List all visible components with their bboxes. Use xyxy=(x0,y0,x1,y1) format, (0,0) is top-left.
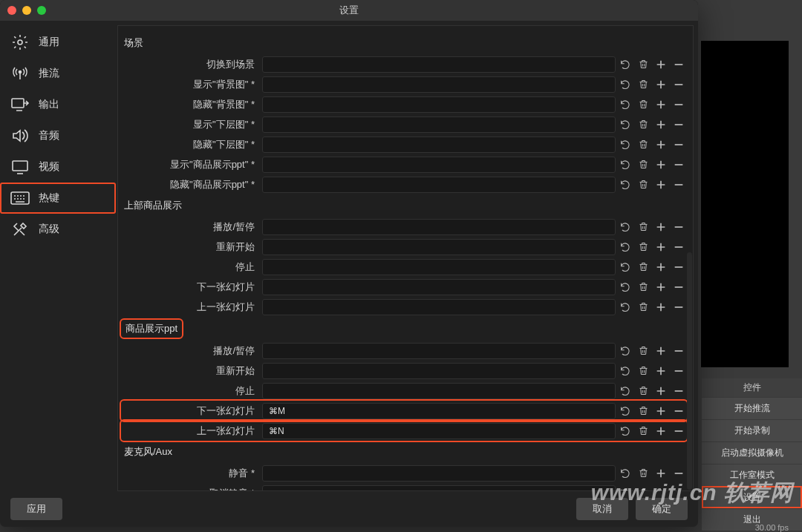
undo-icon[interactable] xyxy=(617,383,633,399)
plus-icon[interactable] xyxy=(653,363,669,379)
minus-icon[interactable] xyxy=(671,157,687,173)
sidebar-item-audio[interactable]: 音频 xyxy=(0,120,116,151)
undo-icon[interactable] xyxy=(617,343,633,359)
plus-icon[interactable] xyxy=(653,157,669,173)
trash-icon[interactable] xyxy=(635,279,651,295)
trash-icon[interactable] xyxy=(635,56,651,73)
hotkey-input[interactable] xyxy=(262,363,616,379)
plus-icon[interactable] xyxy=(653,219,669,235)
ok-button[interactable]: 确定 xyxy=(636,498,688,520)
apply-button[interactable]: 应用 xyxy=(10,498,62,520)
plus-icon[interactable] xyxy=(653,485,669,492)
minus-icon[interactable] xyxy=(671,76,687,93)
hotkey-input[interactable] xyxy=(262,259,616,275)
minus-icon[interactable] xyxy=(671,219,687,235)
minus-icon[interactable] xyxy=(671,299,687,315)
undo-icon[interactable] xyxy=(617,259,633,275)
trash-icon[interactable] xyxy=(635,96,651,113)
undo-icon[interactable] xyxy=(617,157,633,173)
undo-icon[interactable] xyxy=(617,137,633,153)
undo-icon[interactable] xyxy=(617,423,633,439)
minus-icon[interactable] xyxy=(671,485,687,492)
zoom-icon[interactable] xyxy=(37,6,46,15)
plus-icon[interactable] xyxy=(653,177,669,193)
sidebar-item-general[interactable]: 通用 xyxy=(0,27,116,58)
undo-icon[interactable] xyxy=(617,56,633,73)
hotkey-input[interactable] xyxy=(262,56,616,73)
hotkey-input[interactable] xyxy=(262,403,616,419)
plus-icon[interactable] xyxy=(653,279,669,295)
minus-icon[interactable] xyxy=(671,259,687,275)
sidebar-item-stream[interactable]: 推流 xyxy=(0,58,116,89)
undo-icon[interactable] xyxy=(617,403,633,419)
sidebar-item-hotkeys[interactable]: 热键 xyxy=(0,183,116,214)
trash-icon[interactable] xyxy=(635,157,651,173)
scrollbar[interactable] xyxy=(687,252,692,490)
minus-icon[interactable] xyxy=(671,383,687,399)
minus-icon[interactable] xyxy=(671,363,687,379)
minus-icon[interactable] xyxy=(671,96,687,113)
controls-button[interactable]: 设置 xyxy=(702,486,802,508)
undo-icon[interactable] xyxy=(617,485,633,492)
hotkey-input[interactable] xyxy=(262,279,616,295)
minimize-icon[interactable] xyxy=(22,6,31,15)
plus-icon[interactable] xyxy=(653,423,669,439)
trash-icon[interactable] xyxy=(635,343,651,359)
minus-icon[interactable] xyxy=(671,239,687,255)
trash-icon[interactable] xyxy=(635,363,651,379)
undo-icon[interactable] xyxy=(617,239,633,255)
plus-icon[interactable] xyxy=(653,299,669,315)
controls-button[interactable]: 工作室模式 xyxy=(702,464,802,486)
trash-icon[interactable] xyxy=(635,465,651,482)
plus-icon[interactable] xyxy=(653,465,669,482)
trash-icon[interactable] xyxy=(635,423,651,439)
plus-icon[interactable] xyxy=(653,383,669,399)
hotkey-input[interactable] xyxy=(262,177,616,193)
trash-icon[interactable] xyxy=(635,76,651,93)
hotkey-input[interactable] xyxy=(262,299,616,315)
hotkey-input[interactable] xyxy=(262,96,616,113)
minus-icon[interactable] xyxy=(671,116,687,133)
plus-icon[interactable] xyxy=(653,96,669,113)
minus-icon[interactable] xyxy=(671,56,687,73)
plus-icon[interactable] xyxy=(653,343,669,359)
cancel-button[interactable]: 取消 xyxy=(576,498,628,520)
undo-icon[interactable] xyxy=(617,279,633,295)
plus-icon[interactable] xyxy=(653,76,669,93)
sidebar-item-advanced[interactable]: 高级 xyxy=(0,214,116,245)
hotkey-input[interactable] xyxy=(262,343,616,359)
hotkey-input[interactable] xyxy=(262,76,616,93)
minus-icon[interactable] xyxy=(671,343,687,359)
undo-icon[interactable] xyxy=(617,177,633,193)
trash-icon[interactable] xyxy=(635,137,651,153)
plus-icon[interactable] xyxy=(653,259,669,275)
minus-icon[interactable] xyxy=(671,465,687,482)
minus-icon[interactable] xyxy=(671,403,687,419)
hotkey-input[interactable] xyxy=(262,239,616,255)
controls-button[interactable]: 开始推流 xyxy=(702,397,802,419)
plus-icon[interactable] xyxy=(653,56,669,73)
close-icon[interactable] xyxy=(7,6,16,15)
minus-icon[interactable] xyxy=(671,177,687,193)
hotkey-input[interactable] xyxy=(262,137,616,153)
trash-icon[interactable] xyxy=(635,116,651,133)
undo-icon[interactable] xyxy=(617,363,633,379)
undo-icon[interactable] xyxy=(617,76,633,93)
plus-icon[interactable] xyxy=(653,137,669,153)
plus-icon[interactable] xyxy=(653,403,669,419)
sidebar-item-output[interactable]: 输出 xyxy=(0,89,116,120)
trash-icon[interactable] xyxy=(635,403,651,419)
trash-icon[interactable] xyxy=(635,383,651,399)
undo-icon[interactable] xyxy=(617,465,633,482)
trash-icon[interactable] xyxy=(635,485,651,492)
minus-icon[interactable] xyxy=(671,279,687,295)
undo-icon[interactable] xyxy=(617,96,633,113)
hotkey-input[interactable] xyxy=(262,219,616,235)
trash-icon[interactable] xyxy=(635,299,651,315)
hotkey-input[interactable] xyxy=(262,465,616,482)
controls-button[interactable]: 开始录制 xyxy=(702,419,802,441)
undo-icon[interactable] xyxy=(617,116,633,133)
trash-icon[interactable] xyxy=(635,259,651,275)
minus-icon[interactable] xyxy=(671,137,687,153)
plus-icon[interactable] xyxy=(653,116,669,133)
